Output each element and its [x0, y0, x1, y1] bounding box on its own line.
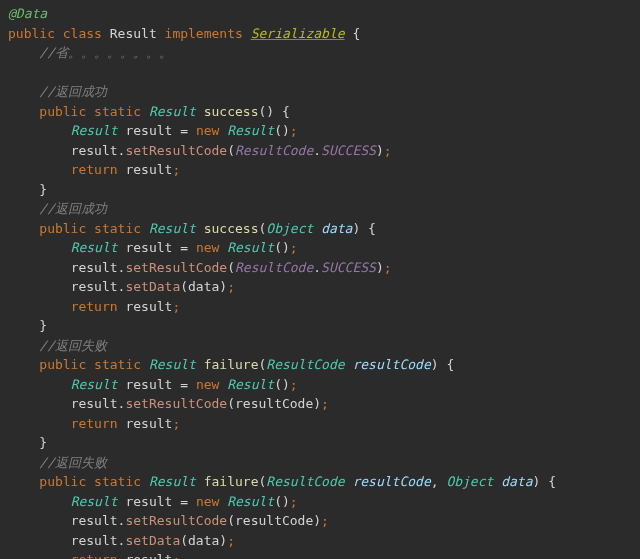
var-type: Result: [71, 494, 118, 509]
var-name: result: [71, 279, 118, 294]
var-name: result: [125, 240, 172, 255]
dot: .: [313, 143, 321, 158]
brace-open: {: [352, 26, 360, 41]
var-name: result: [71, 533, 118, 548]
semicolon: ;: [321, 396, 329, 411]
brace: {: [282, 104, 290, 119]
keyword-public: public: [39, 104, 86, 119]
brace-close: }: [39, 182, 47, 197]
rparen: ): [376, 143, 384, 158]
rparen: ): [219, 279, 227, 294]
keyword-public: public: [39, 357, 86, 372]
dot: .: [313, 260, 321, 275]
var-name: result: [125, 494, 172, 509]
var-name: result: [71, 396, 118, 411]
lparen: (: [227, 396, 235, 411]
enum-class: ResultCode: [235, 260, 313, 275]
method-success: success: [204, 221, 259, 236]
var-name: result: [125, 299, 172, 314]
semicolon: ;: [290, 494, 298, 509]
semicolon: ;: [290, 240, 298, 255]
code-editor[interactable]: @Data public class Result implements Ser…: [0, 0, 640, 559]
constructor: Result: [227, 494, 274, 509]
arg: resultCode: [235, 513, 313, 528]
keyword-public: public: [39, 474, 86, 489]
equals: =: [180, 494, 188, 509]
var-name: result: [71, 513, 118, 528]
keyword-new: new: [196, 123, 219, 138]
keyword-return: return: [71, 552, 118, 559]
rparen: ): [431, 357, 439, 372]
param-name: data: [321, 221, 352, 236]
arg: resultCode: [235, 396, 313, 411]
keyword-implements: implements: [165, 26, 243, 41]
keyword-static: static: [94, 474, 141, 489]
enum-class: ResultCode: [235, 143, 313, 158]
param-type: ResultCode: [266, 474, 344, 489]
var-type: Result: [71, 240, 118, 255]
method-call: setResultCode: [125, 513, 227, 528]
keyword-return: return: [71, 416, 118, 431]
var-name: result: [125, 552, 172, 559]
brace: {: [548, 474, 556, 489]
var-name: result: [125, 377, 172, 392]
semicolon: ;: [290, 123, 298, 138]
rparen: ): [313, 396, 321, 411]
keyword-public: public: [8, 26, 55, 41]
rparen: ): [352, 221, 360, 236]
lparen: (: [274, 377, 282, 392]
arg: data: [188, 279, 219, 294]
lparen: (: [227, 513, 235, 528]
enum-value: SUCCESS: [321, 260, 376, 275]
keyword-new: new: [196, 377, 219, 392]
semicolon: ;: [172, 299, 180, 314]
param-type: ResultCode: [266, 357, 344, 372]
comment-failure-2: //返回失败: [39, 455, 107, 470]
var-name: result: [125, 416, 172, 431]
return-type: Result: [149, 474, 196, 489]
var-type: Result: [71, 377, 118, 392]
equals: =: [180, 240, 188, 255]
var-name: result: [71, 143, 118, 158]
return-type: Result: [149, 357, 196, 372]
rparen: ): [376, 260, 384, 275]
rparen: ): [282, 377, 290, 392]
lparen: (: [227, 143, 235, 158]
arg: data: [188, 533, 219, 548]
lparen: (: [180, 533, 188, 548]
method-call: setData: [125, 279, 180, 294]
param-name: data: [501, 474, 532, 489]
var-type: Result: [71, 123, 118, 138]
lparen: (: [274, 123, 282, 138]
keyword-new: new: [196, 240, 219, 255]
param-name: resultCode: [352, 474, 430, 489]
method-call: setResultCode: [125, 260, 227, 275]
var-name: result: [71, 260, 118, 275]
semicolon: ;: [227, 279, 235, 294]
class-name: Result: [110, 26, 157, 41]
comment-failure-1: //返回失败: [39, 338, 107, 353]
param-type: Object: [266, 221, 313, 236]
rparen: ): [282, 240, 290, 255]
constructor: Result: [227, 240, 274, 255]
lparen: (: [180, 279, 188, 294]
brace: {: [446, 357, 454, 372]
method-success: success: [204, 104, 259, 119]
keyword-class: class: [63, 26, 102, 41]
semicolon: ;: [172, 162, 180, 177]
rparen: ): [282, 123, 290, 138]
equals: =: [180, 123, 188, 138]
method-call: setResultCode: [125, 143, 227, 158]
brace: {: [368, 221, 376, 236]
param-type: Object: [446, 474, 493, 489]
comma: ,: [431, 474, 439, 489]
return-type: Result: [149, 104, 196, 119]
lparen: (: [274, 240, 282, 255]
semicolon: ;: [321, 513, 329, 528]
rparen: ): [219, 533, 227, 548]
param-name: resultCode: [352, 357, 430, 372]
brace-close: }: [39, 435, 47, 450]
comment-success-1: //返回成功: [39, 84, 107, 99]
rparen: ): [266, 104, 274, 119]
method-failure: failure: [204, 357, 259, 372]
